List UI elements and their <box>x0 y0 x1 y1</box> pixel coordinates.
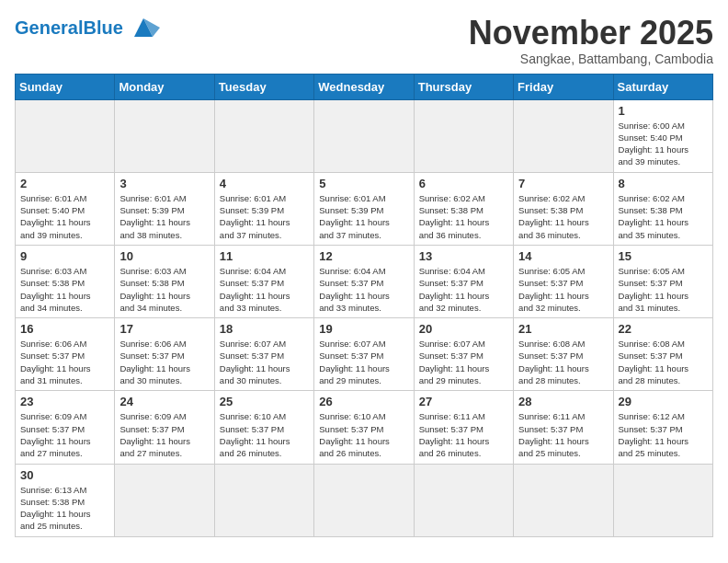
location: Sangkae, Battambang, Cambodia <box>469 52 713 66</box>
day-info: Sunrise: 6:09 AM Sunset: 5:37 PM Dayligh… <box>20 410 109 459</box>
day-number: 25 <box>220 395 309 408</box>
day-info: Sunrise: 6:06 AM Sunset: 5:37 PM Dayligh… <box>119 338 209 386</box>
calendar-day-cell <box>214 99 313 172</box>
calendar-day-cell <box>314 464 414 536</box>
day-of-week-header: Tuesday <box>214 74 313 99</box>
title-block: November 2025 Sangkae, Battambang, Cambo… <box>469 15 713 66</box>
calendar-day-cell: 3Sunrise: 6:01 AM Sunset: 5:39 PM Daylig… <box>115 172 214 245</box>
calendar-day-cell: 5Sunrise: 6:01 AM Sunset: 5:39 PM Daylig… <box>314 172 414 245</box>
day-number: 18 <box>220 322 309 336</box>
day-info: Sunrise: 6:08 AM Sunset: 5:37 PM Dayligh… <box>518 338 608 386</box>
day-info: Sunrise: 6:01 AM Sunset: 5:40 PM Dayligh… <box>20 192 109 241</box>
day-number: 16 <box>20 322 109 336</box>
calendar-day-cell: 22Sunrise: 6:08 AM Sunset: 5:37 PM Dayli… <box>613 318 712 391</box>
calendar-day-cell: 9Sunrise: 6:03 AM Sunset: 5:38 PM Daylig… <box>16 245 115 317</box>
day-info: Sunrise: 6:01 AM Sunset: 5:39 PM Dayligh… <box>119 192 209 241</box>
calendar-day-cell <box>115 99 214 172</box>
day-info: Sunrise: 6:11 AM Sunset: 5:37 PM Dayligh… <box>518 410 608 459</box>
day-number: 6 <box>419 177 508 190</box>
day-info: Sunrise: 6:09 AM Sunset: 5:37 PM Dayligh… <box>119 410 209 459</box>
day-number: 23 <box>20 395 109 408</box>
calendar-day-cell: 17Sunrise: 6:06 AM Sunset: 5:37 PM Dayli… <box>115 318 214 391</box>
calendar-day-cell: 26Sunrise: 6:10 AM Sunset: 5:37 PM Dayli… <box>314 391 414 464</box>
day-info: Sunrise: 6:13 AM Sunset: 5:38 PM Dayligh… <box>20 484 109 533</box>
calendar-table: SundayMondayTuesdayWednesdayThursdayFrid… <box>15 74 713 537</box>
day-info: Sunrise: 6:10 AM Sunset: 5:37 PM Dayligh… <box>319 410 408 459</box>
day-number: 14 <box>518 249 608 263</box>
day-info: Sunrise: 6:04 AM Sunset: 5:37 PM Dayligh… <box>419 265 508 314</box>
day-number: 27 <box>419 395 508 408</box>
day-of-week-header: Saturday <box>613 74 712 99</box>
calendar-week-row: 23Sunrise: 6:09 AM Sunset: 5:37 PM Dayli… <box>16 391 713 464</box>
calendar-day-cell: 28Sunrise: 6:11 AM Sunset: 5:37 PM Dayli… <box>514 391 613 464</box>
day-number: 29 <box>619 395 708 408</box>
day-number: 8 <box>619 177 708 190</box>
calendar-day-cell: 6Sunrise: 6:02 AM Sunset: 5:38 PM Daylig… <box>414 172 513 245</box>
day-info: Sunrise: 6:10 AM Sunset: 5:37 PM Dayligh… <box>220 410 309 459</box>
day-number: 10 <box>119 249 209 263</box>
day-info: Sunrise: 6:03 AM Sunset: 5:38 PM Dayligh… <box>119 265 209 314</box>
calendar-day-cell: 27Sunrise: 6:11 AM Sunset: 5:37 PM Dayli… <box>414 391 513 464</box>
day-number: 5 <box>319 177 408 190</box>
day-number: 13 <box>419 249 508 263</box>
day-number: 15 <box>619 249 708 263</box>
day-of-week-header: Monday <box>115 74 214 99</box>
calendar-week-row: 16Sunrise: 6:06 AM Sunset: 5:37 PM Dayli… <box>16 318 713 391</box>
calendar-day-cell: 23Sunrise: 6:09 AM Sunset: 5:37 PM Dayli… <box>16 391 115 464</box>
day-of-week-header: Sunday <box>16 74 115 99</box>
calendar-day-cell: 11Sunrise: 6:04 AM Sunset: 5:37 PM Dayli… <box>214 245 313 317</box>
calendar-day-cell <box>414 464 513 536</box>
calendar-day-cell: 20Sunrise: 6:07 AM Sunset: 5:37 PM Dayli… <box>414 318 513 391</box>
calendar-day-cell: 25Sunrise: 6:10 AM Sunset: 5:37 PM Dayli… <box>214 391 313 464</box>
day-info: Sunrise: 6:07 AM Sunset: 5:37 PM Dayligh… <box>419 338 508 386</box>
day-info: Sunrise: 6:01 AM Sunset: 5:39 PM Dayligh… <box>319 192 408 241</box>
day-info: Sunrise: 6:02 AM Sunset: 5:38 PM Dayligh… <box>619 192 708 241</box>
day-info: Sunrise: 6:05 AM Sunset: 5:37 PM Dayligh… <box>619 265 708 314</box>
calendar-day-cell <box>514 464 613 536</box>
day-info: Sunrise: 6:02 AM Sunset: 5:38 PM Dayligh… <box>518 192 608 241</box>
calendar-day-cell: 8Sunrise: 6:02 AM Sunset: 5:38 PM Daylig… <box>613 172 712 245</box>
logo-general: General <box>15 17 83 38</box>
day-number: 17 <box>119 322 209 336</box>
day-of-week-header: Thursday <box>414 74 513 99</box>
calendar-day-cell: 2Sunrise: 6:01 AM Sunset: 5:40 PM Daylig… <box>16 172 115 245</box>
calendar-day-cell: 18Sunrise: 6:07 AM Sunset: 5:37 PM Dayli… <box>214 318 313 391</box>
day-number: 11 <box>220 249 309 263</box>
day-number: 28 <box>518 395 608 408</box>
calendar-day-cell <box>414 99 513 172</box>
calendar-day-cell: 30Sunrise: 6:13 AM Sunset: 5:38 PM Dayli… <box>16 464 115 536</box>
logo: GeneralBlue <box>15 15 160 40</box>
day-number: 12 <box>319 249 408 263</box>
logo-blue: Blue <box>83 17 122 38</box>
day-info: Sunrise: 6:07 AM Sunset: 5:37 PM Dayligh… <box>319 338 408 386</box>
day-number: 26 <box>319 395 408 408</box>
calendar-week-row: 9Sunrise: 6:03 AM Sunset: 5:38 PM Daylig… <box>16 245 713 317</box>
day-info: Sunrise: 6:05 AM Sunset: 5:37 PM Dayligh… <box>518 265 608 314</box>
day-number: 30 <box>20 468 109 482</box>
day-info: Sunrise: 6:07 AM Sunset: 5:37 PM Dayligh… <box>220 338 309 386</box>
calendar-day-cell: 10Sunrise: 6:03 AM Sunset: 5:38 PM Dayli… <box>115 245 214 317</box>
calendar-day-cell: 7Sunrise: 6:02 AM Sunset: 5:38 PM Daylig… <box>514 172 613 245</box>
calendar-day-cell: 14Sunrise: 6:05 AM Sunset: 5:37 PM Dayli… <box>514 245 613 317</box>
calendar-day-cell <box>115 464 214 536</box>
day-info: Sunrise: 6:01 AM Sunset: 5:39 PM Dayligh… <box>220 192 309 241</box>
day-info: Sunrise: 6:04 AM Sunset: 5:37 PM Dayligh… <box>220 265 309 314</box>
calendar-day-cell <box>613 464 712 536</box>
day-of-week-header: Friday <box>514 74 613 99</box>
calendar-day-cell: 1Sunrise: 6:00 AM Sunset: 5:40 PM Daylig… <box>613 99 712 172</box>
calendar-day-cell: 15Sunrise: 6:05 AM Sunset: 5:37 PM Dayli… <box>613 245 712 317</box>
calendar-day-cell: 12Sunrise: 6:04 AM Sunset: 5:37 PM Dayli… <box>314 245 414 317</box>
day-info: Sunrise: 6:08 AM Sunset: 5:37 PM Dayligh… <box>619 338 708 386</box>
day-info: Sunrise: 6:04 AM Sunset: 5:37 PM Dayligh… <box>319 265 408 314</box>
day-number: 21 <box>518 322 608 336</box>
calendar-day-cell: 19Sunrise: 6:07 AM Sunset: 5:37 PM Dayli… <box>314 318 414 391</box>
logo-icon <box>127 15 160 40</box>
day-number: 24 <box>119 395 209 408</box>
day-number: 7 <box>518 177 608 190</box>
calendar-day-cell: 24Sunrise: 6:09 AM Sunset: 5:37 PM Dayli… <box>115 391 214 464</box>
logo-text: GeneralBlue <box>15 18 123 37</box>
day-info: Sunrise: 6:11 AM Sunset: 5:37 PM Dayligh… <box>419 410 508 459</box>
calendar-day-cell <box>314 99 414 172</box>
day-number: 20 <box>419 322 508 336</box>
day-number: 4 <box>220 177 309 190</box>
